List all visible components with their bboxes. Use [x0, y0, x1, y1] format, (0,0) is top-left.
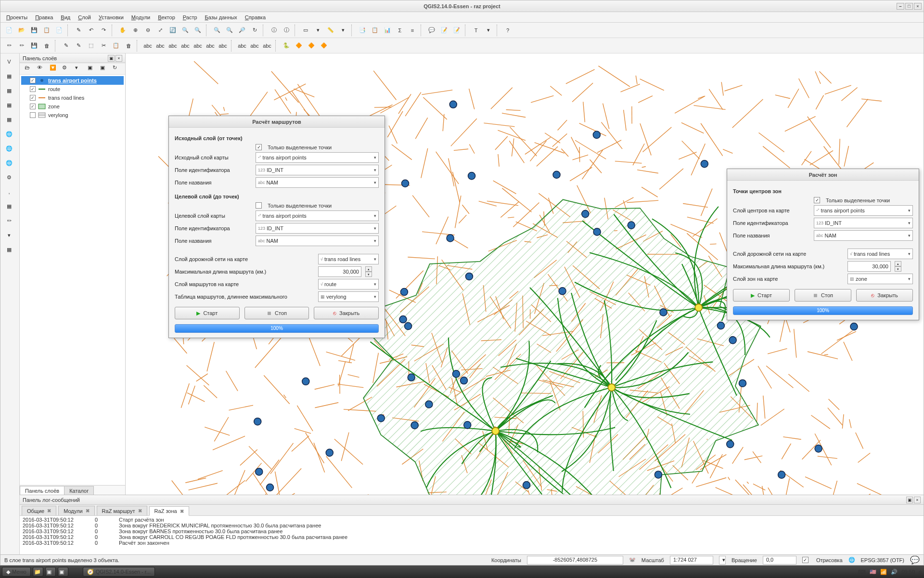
toolbar-btn-37[interactable]: 💬: [426, 25, 437, 36]
sidebar-btn-1[interactable]: ▦: [1, 70, 17, 82]
toolbar-btn-33[interactable]: 📊: [382, 25, 393, 36]
zones-only-sel-check[interactable]: ✓: [814, 197, 820, 203]
toolbar-btn-2[interactable]: 💾: [28, 40, 40, 52]
messages-icon[interactable]: 💬: [910, 555, 920, 565]
toolbar-btn-21[interactable]: abc: [249, 40, 260, 52]
toolbar-btn-16[interactable]: abc: [192, 40, 204, 52]
routes-road-combo[interactable]: √trans road lines▾: [318, 254, 379, 264]
toolbar-btn-3[interactable]: 🗑: [41, 40, 52, 52]
log-close-button[interactable]: ×: [914, 497, 921, 503]
log-tab-close[interactable]: ✖: [47, 508, 51, 513]
menu-Проекты[interactable]: Проекты: [3, 13, 30, 21]
crs-label[interactable]: EPSG:3857 (OTF): [861, 557, 904, 563]
log-body[interactable]: 2016-03-31T09:50:120Старт расчёта зон201…: [20, 516, 924, 554]
layer-tool-3[interactable]: ⚙: [62, 65, 70, 73]
toolbar-btn-41[interactable]: T: [470, 25, 482, 36]
toolbar-btn-4[interactable]: 📄: [53, 25, 65, 36]
routes-tgt-id-combo[interactable]: 123ID_INT▾: [256, 223, 379, 234]
zones-start-button[interactable]: ▶Старт: [733, 289, 790, 302]
layer-tool-1[interactable]: 👁: [37, 65, 45, 73]
toolbar-btn-13[interactable]: abc: [154, 40, 166, 52]
zones-road-combo[interactable]: √trans road lines▾: [847, 249, 913, 259]
dialog-routes-title[interactable]: Расчёт маршрутов: [169, 116, 385, 128]
layer-tool-2[interactable]: 🔽: [50, 65, 57, 73]
log-tab-2[interactable]: RaZ маршрут✖: [97, 506, 147, 515]
menu-Правка[interactable]: Правка: [32, 13, 56, 21]
layer-check[interactable]: ✓: [30, 78, 36, 83]
layer-check[interactable]: ✓: [30, 86, 36, 92]
zones-name-combo[interactable]: abcNAM▾: [814, 230, 913, 241]
dialog-zones[interactable]: Расчёт зон Точки центров зон ✓Только выд…: [727, 169, 919, 320]
toolbar-btn-19[interactable]: 🔍: [224, 25, 235, 36]
tab-layers[interactable]: Панель слоёв: [20, 486, 64, 495]
dialog-routes[interactable]: Расчёт маршрутов Исходный слой (от точек…: [168, 116, 385, 338]
sidebar-btn-8[interactable]: ⚙: [1, 171, 17, 184]
layer-tool-7[interactable]: ↻: [113, 65, 120, 73]
zones-close-button[interactable]: ⎋Закрыть: [856, 289, 913, 302]
layer-route[interactable]: ✓route: [21, 85, 124, 93]
routes-src-name-combo[interactable]: abcNAM▾: [256, 177, 379, 188]
toolbar-btn-38[interactable]: 📝: [438, 25, 450, 36]
taskbar-files-icon[interactable]: 📁: [33, 567, 43, 577]
toolbar-btn-44[interactable]: ?: [502, 25, 513, 36]
toolbar-btn-25[interactable]: 🔶: [293, 40, 305, 52]
toolbar-btn-7[interactable]: ↶: [85, 25, 97, 36]
toolbar-btn-0[interactable]: ✏: [3, 40, 15, 52]
layer-trans-airport-points[interactable]: ✓trans airport points: [21, 76, 124, 85]
sidebar-btn-6[interactable]: 🌐: [1, 142, 17, 155]
toolbar-btn-42[interactable]: ▾: [483, 25, 494, 36]
toolbar-btn-18[interactable]: 🔍: [211, 25, 223, 36]
panel-float-button[interactable]: ▣: [108, 55, 115, 62]
toolbar-btn-2[interactable]: 💾: [28, 25, 40, 36]
toolbar-btn-5[interactable]: ✎: [60, 40, 72, 52]
toolbar-btn-8[interactable]: ✂: [98, 40, 109, 52]
toolbar-btn-16[interactable]: 🔍: [192, 25, 204, 36]
toolbar-btn-31[interactable]: 📑: [357, 25, 368, 36]
menu-Установки[interactable]: Установки: [96, 13, 127, 21]
toolbar-btn-28[interactable]: 📏: [325, 25, 336, 36]
toolbar-btn-1[interactable]: 📂: [16, 25, 27, 36]
toolbar-btn-20[interactable]: 🔎: [236, 25, 248, 36]
toolbar-btn-20[interactable]: abc: [236, 40, 248, 52]
tab-catalog[interactable]: Каталог: [64, 486, 94, 495]
zones-maxlen-input[interactable]: [847, 261, 891, 272]
scale-field[interactable]: 1:724 027: [670, 556, 713, 565]
sidebar-btn-12[interactable]: ▾: [1, 229, 17, 241]
menu-Растр[interactable]: Растр: [180, 13, 200, 21]
layer-tool-4[interactable]: ▾: [75, 65, 83, 73]
toolbar-btn-12[interactable]: ⊖: [142, 25, 154, 36]
sidebar-btn-10[interactable]: ▦: [1, 200, 17, 212]
layer-trans-road-lines[interactable]: ✓trans road lines: [21, 93, 124, 102]
toolbar-btn-9[interactable]: 📋: [110, 40, 122, 52]
zones-center-combo[interactable]: ⸰°trans airport points▾: [814, 205, 913, 216]
toolbar-btn-21[interactable]: ↻: [249, 25, 260, 36]
layer-verylong[interactable]: verylong: [21, 111, 124, 119]
routes-maxlen-input[interactable]: [318, 266, 361, 277]
toolbar-btn-18[interactable]: abc: [217, 40, 229, 52]
log-tab-close[interactable]: ✖: [138, 508, 142, 513]
layer-zone[interactable]: ✓zone: [21, 102, 124, 111]
zones-stop-button[interactable]: ⏹Стоп: [795, 289, 851, 302]
sidebar-btn-9[interactable]: ,: [1, 185, 17, 198]
scale-dropdown[interactable]: ▾: [719, 556, 726, 565]
log-tab-close[interactable]: ✖: [180, 509, 184, 514]
taskbar-qgis-button[interactable]: 🧭 QGIS2.14.0-Essen - r...: [83, 567, 155, 577]
panel-close-button[interactable]: ×: [116, 55, 122, 62]
log-float-button[interactable]: ▣: [906, 497, 913, 503]
sidebar-btn-5[interactable]: 🌐: [1, 128, 17, 140]
log-tab-close[interactable]: ✖: [86, 508, 90, 513]
routes-stop-button[interactable]: ⏹Стоп: [244, 307, 309, 319]
toolbar-btn-26[interactable]: 🔶: [306, 40, 317, 52]
toolbar-btn-14[interactable]: abc: [167, 40, 179, 52]
sidebar-btn-7[interactable]: 🌐: [1, 157, 17, 169]
routes-only-sel-check[interactable]: ✓: [256, 144, 262, 150]
menu-Слой[interactable]: Слой: [75, 13, 94, 21]
toolbar-btn-10[interactable]: 🗑: [123, 40, 134, 52]
layer-tool-6[interactable]: ▣: [100, 65, 108, 73]
taskbar-keyboard-icon[interactable]: ⌨: [858, 569, 866, 575]
log-tab-1[interactable]: Модули✖: [58, 506, 94, 515]
menu-Вектор[interactable]: Вектор: [155, 13, 178, 21]
toolbar-btn-32[interactable]: 📋: [369, 25, 381, 36]
routes-src-id-combo[interactable]: 123ID_INT▾: [256, 165, 379, 175]
spin-up[interactable]: ▴: [365, 266, 372, 272]
